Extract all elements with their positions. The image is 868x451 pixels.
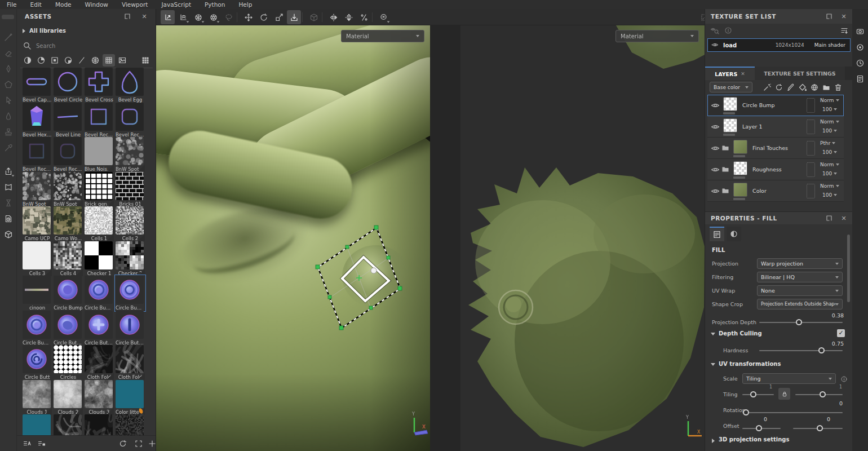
framecorners-button[interactable] — [133, 438, 144, 449]
asset-thumbnail[interactable] — [54, 68, 82, 96]
folder-button[interactable] — [821, 82, 832, 93]
asset-bnw-spots-1[interactable]: BnW Spots 1 — [116, 137, 145, 172]
clone-stamp-tool[interactable] — [2, 125, 15, 139]
asset-thumbnail[interactable] — [23, 311, 51, 339]
asset-thumbnail[interactable] — [54, 241, 82, 269]
asset-brick-gene[interactable]: Brick gene... — [85, 172, 114, 207]
solo-button[interactable] — [723, 25, 733, 36]
asset-thumbnail[interactable] — [85, 172, 113, 200]
asset-thumbnail[interactable] — [23, 103, 51, 131]
tiling-x-slider[interactable] — [742, 391, 774, 398]
offset-y-slider[interactable] — [793, 425, 843, 432]
channel-filter-dropdown[interactable]: Base color — [710, 82, 752, 92]
menu-python[interactable]: Python — [198, 0, 232, 9]
pending-tool[interactable] — [2, 196, 15, 210]
mirror-x-toggle[interactable] — [326, 10, 340, 24]
listb-button[interactable] — [36, 438, 47, 449]
eyesearch-button[interactable] — [710, 25, 720, 36]
asset-thumbnail[interactable] — [23, 172, 51, 200]
asset-thumbnail[interactable] — [54, 103, 82, 131]
asset-thumbnail[interactable] — [116, 68, 144, 96]
asset-thumbnail[interactable] — [23, 241, 51, 269]
menu-help[interactable]: Help — [232, 0, 259, 9]
asset-thumbnail[interactable] — [54, 276, 82, 304]
mirror-y-toggle[interactable] — [342, 10, 356, 24]
layer-thumbnail[interactable] — [723, 97, 737, 111]
layer-opacity-dropdown[interactable]: 100 — [822, 107, 837, 112]
lista-button[interactable] — [21, 438, 33, 449]
viewport-3d[interactable]: Material Y X — [156, 25, 430, 451]
expand-icon[interactable] — [712, 439, 715, 443]
transform-tool[interactable] — [161, 10, 175, 24]
layer-row-color[interactable]: ColorNorm100 — [707, 180, 844, 202]
texture-set-row[interactable]: load 1024x1024 Main shader — [707, 38, 851, 52]
asset-thumbnail[interactable] — [85, 311, 113, 339]
slider-knob[interactable] — [750, 391, 756, 397]
tiling-lock-button[interactable] — [778, 388, 790, 400]
dock-panel-button[interactable] — [825, 12, 834, 21]
tab-layers[interactable]: LAYERS ✕ — [705, 67, 755, 80]
asset-circle-bump[interactable]: Circle Bump — [54, 276, 83, 311]
projection-depth-slider[interactable] — [759, 319, 843, 326]
close-panel-button[interactable]: ✕ — [839, 12, 848, 21]
asset-circle-butt[interactable]: Circle Butt — [23, 345, 52, 380]
asset-cloth-fold[interactable]: Cloth Fold — [116, 345, 145, 380]
asset-thumbnail[interactable] — [54, 206, 82, 235]
polygon-fill-tool[interactable] — [2, 78, 15, 91]
asset-thumbnail[interactable] — [116, 103, 144, 131]
asset-thumbnail[interactable] — [116, 137, 144, 165]
layer-mask-slot[interactable] — [807, 184, 815, 198]
symmetry-ratio-toggle[interactable] — [357, 10, 371, 24]
asset-clouds-1[interactable]: Clouds 1 — [23, 380, 52, 415]
asset-thumbnail[interactable] — [54, 172, 82, 200]
zoom-reset-button[interactable] — [377, 10, 391, 24]
asset-clouds-3[interactable]: Clouds 3 — [85, 380, 114, 415]
rotate-tool[interactable] — [256, 10, 271, 24]
asset-circles[interactable]: Circles — [54, 345, 83, 380]
asset-thumbnail[interactable] — [23, 345, 51, 373]
menu-javascript[interactable]: JavaScript — [154, 0, 198, 9]
filterlist-button[interactable] — [839, 25, 849, 36]
asset-camo-wo[interactable]: Camo Wo... — [54, 206, 83, 241]
close-tab-icon[interactable]: ✕ — [741, 71, 745, 77]
asset-blue-noise[interactable]: Blue Noise... — [85, 137, 114, 172]
tiling-y-slider[interactable] — [795, 391, 843, 398]
material-picker-tool[interactable] — [2, 141, 15, 154]
asset-clouds-2[interactable]: Clouds 2 — [54, 380, 83, 415]
plus-button[interactable] — [147, 438, 156, 449]
layer-thumbnail[interactable] — [733, 140, 747, 154]
layer-opacity-dropdown[interactable]: 100 — [822, 128, 837, 134]
smudge-select-tool[interactable] — [2, 94, 15, 107]
asset-thumbnail[interactable] — [23, 276, 51, 304]
asset-bevel-line[interactable]: Bevel Line — [54, 103, 83, 138]
asset-thumbnail[interactable] — [85, 345, 113, 373]
asset-bevel-circle[interactable]: Bevel Circle — [54, 68, 83, 103]
paint-button[interactable] — [785, 82, 796, 93]
asset-thumbnail[interactable] — [54, 137, 82, 165]
lasso-tool[interactable] — [222, 10, 236, 24]
asset-thumbnail[interactable] — [116, 311, 144, 339]
asset-circle-bum[interactable]: Circle Bum... — [116, 276, 145, 311]
asset-bricks-01[interactable]: Bricks 01 — [116, 172, 145, 207]
asset-thumbnail[interactable] — [23, 137, 51, 165]
camview-panel-button[interactable] — [854, 26, 866, 37]
asset-thumbnail[interactable] — [85, 103, 113, 131]
asset-cells-3[interactable]: Cells 3 — [23, 241, 52, 276]
asset-circle-butt[interactable]: Circle Butt... — [116, 311, 145, 346]
layer-opacity-dropdown[interactable]: 100 — [822, 192, 837, 198]
eye-icon[interactable] — [711, 122, 720, 134]
dock-panel-button[interactable] — [825, 214, 834, 223]
asset-bevel-egg[interactable]: Bevel Egg — [116, 68, 145, 103]
rotation-slider[interactable] — [742, 409, 843, 416]
menu-file[interactable]: File — [0, 0, 24, 9]
layer-row-roughness[interactable]: RoughnessNorm100 — [707, 159, 844, 180]
asset-circle-bum[interactable]: Circle Bum... — [23, 311, 52, 346]
asset-bnw-spots-2[interactable]: BnW Spots 2 — [23, 172, 52, 207]
collapse-icon[interactable] — [711, 363, 715, 366]
world-button[interactable] — [809, 82, 820, 93]
slider-knob[interactable] — [756, 425, 762, 431]
history-document-tool[interactable] — [2, 212, 15, 226]
asset-bevel-rect[interactable]: Bevel Rect... — [85, 103, 114, 138]
move-tool[interactable] — [241, 10, 255, 24]
hardness-slider[interactable] — [759, 347, 843, 354]
